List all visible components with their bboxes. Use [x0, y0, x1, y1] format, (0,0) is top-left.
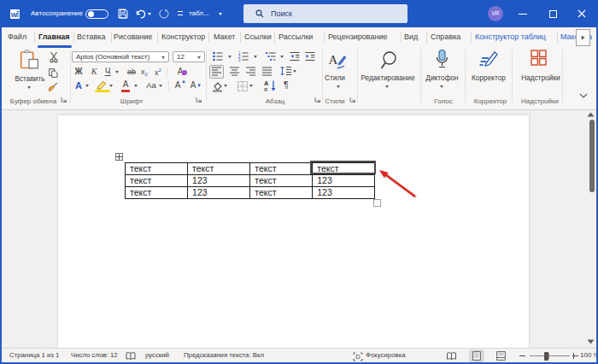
- svg-text:А: А: [329, 53, 338, 67]
- svg-text:W: W: [11, 11, 18, 19]
- svg-text:D: D: [355, 353, 361, 361]
